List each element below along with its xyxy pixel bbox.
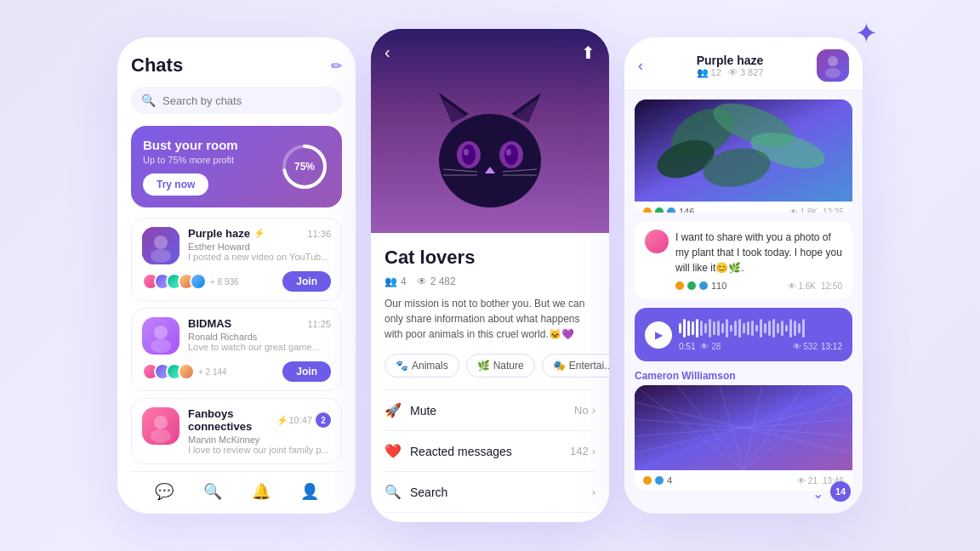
svg-point-7 [154, 416, 168, 429]
members-stat: 👥4 [385, 276, 407, 287]
chat-info: Fanboys connectives ⚡ 10:47 2 Marvin McK… [188, 407, 331, 455]
image-content [635, 99, 852, 202]
message-text: I want to share with you a photo of my p… [675, 230, 842, 276]
chat-sender: Marvin McKinney [188, 435, 331, 445]
edit-icon[interactable]: ✏ [331, 58, 342, 74]
svg-point-17 [462, 145, 476, 165]
members-avatars: + 8 936 [142, 273, 239, 290]
chat-preview: I posted a new video on YouTub... [188, 252, 331, 262]
channel-avatar [817, 49, 849, 82]
chat-item[interactable]: Fanboys connectives ⚡ 10:47 2 Marvin McK… [131, 398, 342, 464]
back-button[interactable]: ‹ [638, 57, 643, 75]
scroll-down-icon[interactable]: ⌄ [812, 486, 823, 502]
heart-icon: ❤️ [385, 443, 402, 459]
reaction-count: 146 [679, 207, 694, 213]
mute-value: No › [574, 404, 595, 417]
message-footer: 110 👁 1.6K 12:50 [675, 281, 842, 291]
cat-image: ‹ ⬆ [371, 29, 609, 233]
chat-name: Fanboys connectives ⚡ [188, 407, 288, 433]
search-bar[interactable]: 🔍 [131, 87, 342, 114]
chat-item[interactable]: Purple haze ⚡ 11:36 Esther Howard I post… [131, 218, 342, 301]
search-icon: 🔍 [141, 94, 156, 107]
nav-search-icon[interactable]: 🔍 [203, 482, 222, 501]
tag-animals[interactable]: 🐾Animals [385, 354, 459, 378]
views-stat: 👁2 482 [417, 276, 456, 287]
promo-text: Bust your room Up to 75% more profit Try… [143, 138, 238, 196]
svg-point-6 [151, 339, 171, 353]
share-button[interactable]: ⬆ [581, 43, 595, 63]
tags-row: 🐾Animals 🌿Nature 🎭Entertai... [385, 354, 595, 378]
reacted-messages-action[interactable]: ❤️ Reacted messages 142 › [385, 431, 595, 472]
avatar [142, 317, 179, 355]
mute-action[interactable]: 🚀 Mute No › [385, 390, 595, 431]
promo-heading: Bust your room [143, 138, 238, 152]
reaction-count: 4 [667, 475, 672, 486]
group-title: Cat lovers [385, 247, 595, 269]
group-stats: 👥4 👁2 482 [385, 276, 595, 287]
chat-info: BIDMAS 11:25 Ronald Richards Love to wat… [188, 317, 331, 352]
svg-point-4 [151, 249, 171, 263]
bottom-nav: 💬 🔍 🔔 👤 [131, 471, 342, 508]
try-now-button[interactable]: Try now [143, 173, 208, 196]
svg-point-3 [154, 236, 168, 249]
search-action[interactable]: 🔍 Search › [385, 472, 595, 513]
chat-messages: 146 👁 1.8K 12:35 I want to share with yo… [624, 91, 863, 499]
members-count: + 8 936 [210, 277, 239, 287]
unread-badge: 14 [830, 481, 851, 502]
svg-point-19 [464, 149, 469, 156]
audio-time: 13:12 [821, 342, 842, 351]
group-content: Cat lovers 👥4 👁2 482 Our mission is not … [371, 233, 609, 522]
search-input[interactable] [162, 94, 332, 107]
nav-chat-icon[interactable]: 💬 [155, 482, 174, 501]
channel-meta: 👥 12 👁 3 827 [650, 67, 810, 78]
reaction-count: 110 [711, 281, 726, 291]
chat-sender: Esther Howard [188, 241, 331, 252]
nav-user-icon[interactable]: 👤 [300, 482, 319, 501]
tag-entertainment[interactable]: 🎭Entertai... [542, 354, 609, 378]
nav-bell-icon[interactable]: 🔔 [252, 482, 271, 501]
svg-point-18 [504, 145, 518, 165]
play-button[interactable]: ▶ [645, 321, 672, 349]
members-count: + 2 144 [198, 367, 227, 377]
text-message: I want to share with you a photo of my p… [635, 221, 852, 299]
chat-preview: I love to review our joint family p... [188, 445, 331, 455]
svg-point-8 [151, 429, 171, 443]
star-decoration-top: ✦ [855, 17, 878, 49]
image-content: 4 👁 21 13:46 [635, 385, 852, 491]
chat-item[interactable]: BIDMAS 11:25 Ronald Richards Love to wat… [131, 308, 342, 391]
back-button[interactable]: ‹ [385, 43, 390, 62]
svg-point-28 [825, 68, 840, 78]
join-button[interactable]: Join [282, 271, 331, 292]
reacted-value: 142 › [570, 445, 595, 457]
mute-icon: 🚀 [385, 402, 402, 418]
sender-name: Cameron Williamson [635, 370, 852, 382]
channel-header: ‹ Purple haze 👥 12 👁 3 827 [624, 37, 863, 91]
phone-group: ‹ ⬆ Cat lovers 👥4 👁2 482 Our mission is … [371, 29, 609, 522]
message-stats: 👁 1.8K 12:35 [789, 207, 844, 213]
mute-label: Mute [410, 404, 436, 418]
join-button[interactable]: Join [282, 361, 331, 382]
promo-subtext: Up to 75% more profit [143, 155, 238, 165]
waveform [679, 318, 842, 338]
audio-message: ▶ [635, 308, 852, 361]
chat-time: 11:25 [307, 319, 331, 329]
channel-name: Purple haze [650, 54, 810, 67]
members-avatars: + 2 144 [142, 363, 227, 380]
phones-container: Chats ✏ 🔍 Bust your room Up to 75% more … [117, 20, 863, 531]
audio-duration: 0:51 [679, 342, 695, 351]
progress-value: 75% [294, 161, 315, 173]
action-list: 🚀 Mute No › ❤️ Reacted messages 142 [385, 389, 595, 513]
avatar [142, 227, 179, 264]
chats-title: Chats [131, 54, 183, 77]
reactions: 110 [675, 281, 726, 291]
image-message: 146 👁 1.8K 12:35 [635, 99, 852, 213]
tag-nature[interactable]: 🌿Nature [466, 354, 535, 378]
chat-name: Purple haze ⚡ [188, 227, 265, 240]
reactions: 4 [643, 475, 672, 486]
chat-preview: Love to watch our great game... [188, 342, 331, 352]
search-label: Search [410, 486, 447, 499]
chat-time: 11:36 [307, 229, 331, 239]
svg-point-10 [439, 114, 541, 207]
image-visual [635, 385, 852, 470]
chat-time: 10:47 [288, 415, 312, 425]
